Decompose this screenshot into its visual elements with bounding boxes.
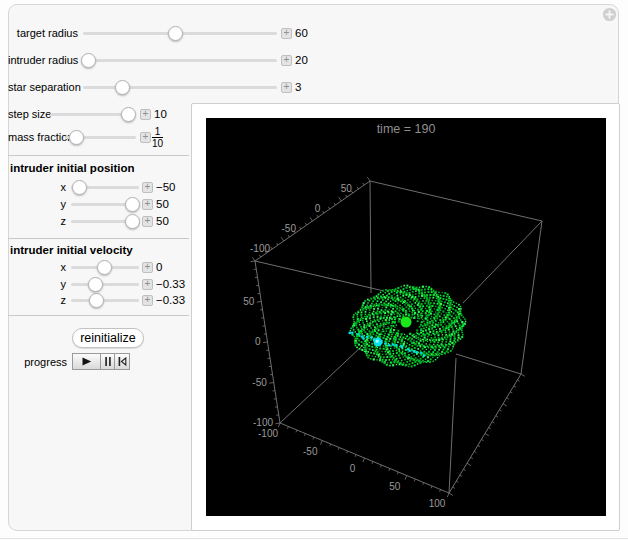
velocity-z-plus-button[interactable]: + — [142, 295, 153, 306]
star-dot — [366, 316, 367, 317]
star-dot — [415, 357, 417, 359]
star-dot — [366, 305, 367, 306]
mass-fraction-plus-button[interactable]: + — [140, 132, 151, 143]
position-x-plus-button[interactable]: + — [142, 182, 153, 193]
star-dot — [395, 310, 397, 312]
star-dot — [420, 332, 422, 334]
x-axis-tick — [355, 455, 356, 457]
star-dot — [369, 309, 371, 311]
star-dot — [427, 322, 429, 324]
intruder-radius-plus-button[interactable]: + — [281, 55, 292, 66]
step-size-slider-thumb[interactable] — [121, 107, 136, 122]
star-dot — [403, 308, 405, 310]
x2-axis-tick — [499, 410, 501, 411]
star-dot — [392, 321, 394, 323]
step-size-plus-button[interactable]: + — [140, 109, 151, 120]
star-dot — [356, 342, 358, 344]
star-dot — [379, 348, 381, 350]
box-edge-11 — [280, 347, 361, 423]
star-dot — [448, 346, 449, 347]
star-dot — [434, 341, 436, 343]
intruder-trail-dot — [392, 343, 395, 346]
star-dot — [400, 293, 401, 294]
star-dot — [373, 352, 375, 354]
mass-fraction-slider-thumb[interactable] — [69, 130, 84, 145]
position-y-plus-button[interactable]: + — [142, 199, 153, 210]
intruder-radius-slider-thumb[interactable] — [81, 53, 96, 68]
star-dot — [435, 320, 437, 322]
star-dot — [413, 336, 415, 338]
star-separation-slider-track[interactable] — [83, 86, 277, 89]
velocity-z-slider-thumb[interactable] — [89, 293, 104, 308]
velocity-z-slider-track[interactable] — [71, 299, 139, 302]
intruder-radius-slider-track[interactable] — [83, 59, 277, 62]
x2-axis-tick — [496, 416, 498, 417]
star-dot — [390, 348, 391, 349]
star-separation-slider-thumb[interactable] — [115, 80, 130, 95]
pause-button[interactable] — [100, 353, 115, 370]
star-dot — [424, 334, 426, 336]
x-axis-label: -50 — [303, 446, 318, 457]
star-dot — [420, 350, 421, 351]
star-dot — [446, 350, 448, 352]
star-dot — [414, 310, 416, 312]
star-dot — [397, 315, 399, 317]
star-dot — [383, 322, 385, 324]
star-dot — [381, 351, 382, 352]
position-x-slider-thumb[interactable] — [72, 180, 87, 195]
star-dot — [365, 306, 367, 308]
target-radius-slider-thumb[interactable] — [168, 26, 183, 41]
y-axis-tick — [300, 227, 301, 229]
y-axis-label: 0 — [315, 203, 321, 214]
star-dot — [375, 350, 377, 352]
star-dot — [397, 306, 398, 307]
position-z-slider-thumb[interactable] — [125, 214, 140, 229]
3d-plot[interactable]: 500-50-100500-50-100-100-50050100 — [206, 118, 606, 516]
velocity-x-plus-button[interactable]: + — [142, 262, 153, 273]
star-dot — [388, 303, 390, 305]
velocity-y-slider-track[interactable] — [71, 283, 139, 286]
star-dot — [423, 351, 425, 353]
star-dot — [426, 327, 427, 328]
position-z-plus-button[interactable]: + — [142, 216, 153, 227]
star-dot — [374, 326, 376, 328]
star-dot — [432, 354, 434, 356]
z-axis-tick — [269, 383, 273, 384]
star-dot — [453, 317, 455, 319]
star-dot — [427, 341, 428, 342]
star-dot — [463, 317, 465, 319]
star-dot — [383, 296, 385, 298]
star-dot — [385, 306, 387, 308]
plot-area[interactable]: 500-50-100500-50-100-100-50050100 time =… — [206, 118, 606, 516]
star-dot — [383, 345, 385, 347]
velocity-x-slider-thumb[interactable] — [97, 260, 112, 275]
star-dot — [400, 336, 402, 338]
rewind-button[interactable] — [114, 353, 130, 370]
star-dot — [397, 297, 399, 299]
star-dot — [402, 306, 404, 308]
star-dot — [441, 354, 442, 355]
star-dot — [377, 310, 379, 312]
star-dot — [389, 365, 391, 367]
velocity-y-plus-button[interactable]: + — [142, 279, 153, 290]
star-dot — [441, 307, 443, 309]
star-dot — [446, 345, 448, 347]
star-dot — [398, 350, 400, 352]
reinitialize-button[interactable]: reinitialize — [72, 328, 144, 348]
star-dot — [440, 347, 442, 349]
star-dot — [383, 326, 385, 328]
star-dot — [411, 342, 413, 344]
position-y-slider-thumb[interactable] — [125, 197, 140, 212]
play-button[interactable] — [72, 353, 101, 370]
star-dot — [453, 340, 455, 342]
section-header-0: intruder initial position — [10, 162, 135, 174]
target-radius-plus-button[interactable]: + — [281, 28, 292, 39]
velocity-y-slider-thumb[interactable] — [88, 277, 103, 292]
star-separation-plus-button[interactable]: + — [281, 82, 292, 93]
z-axis-label: 50 — [243, 296, 255, 307]
star-dot — [403, 356, 404, 357]
star-dot — [436, 339, 438, 341]
star-dot — [354, 336, 356, 338]
expand-plus-icon[interactable] — [602, 7, 617, 22]
star-dot — [414, 347, 416, 349]
